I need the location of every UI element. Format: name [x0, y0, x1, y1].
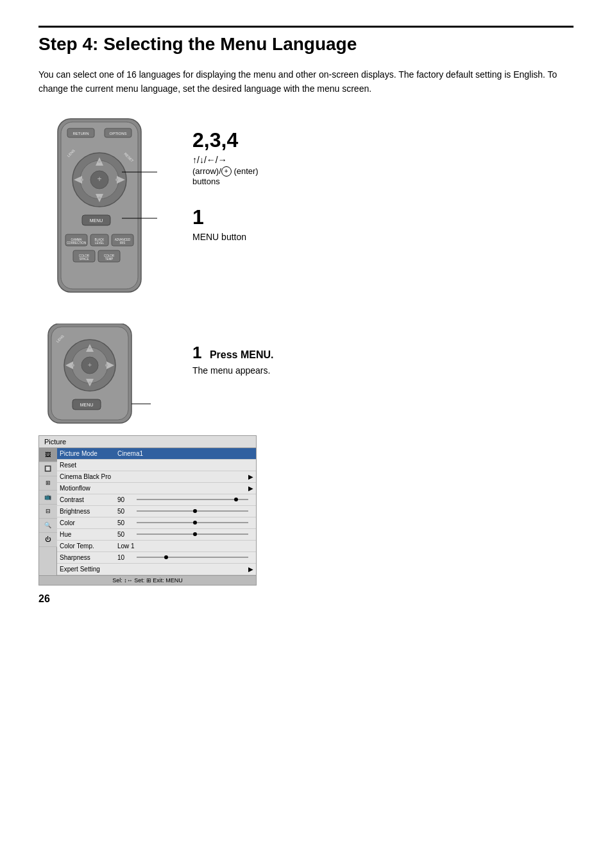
- menu-title-bar: Picture: [39, 436, 256, 448]
- table-row: Color 50: [57, 517, 256, 529]
- svg-text:+: +: [97, 175, 101, 184]
- svg-point-51: [89, 381, 91, 384]
- menu-icon-4: 📺: [39, 490, 57, 505]
- enter-symbol: +: [221, 166, 232, 177]
- row-arrow: ▶: [248, 485, 253, 492]
- diagram-section: RETURN OPTIONS LENS RESET: [38, 116, 574, 298]
- menu-icon-7: ⏻: [39, 533, 57, 547]
- table-row: Cinema Black Pro ▶: [57, 471, 256, 483]
- row-label: Contrast: [60, 496, 117, 503]
- row-value: 50: [117, 519, 137, 526]
- row-slider: [137, 520, 253, 525]
- step-234-desc: (arrow)/+ (enter) buttons: [192, 166, 259, 187]
- svg-text:LEVEL: LEVEL: [95, 241, 105, 245]
- button-labels: 2,3,4 ↑/↓/←/→ (arrow)/+ (enter) buttons …: [192, 116, 259, 243]
- row-label: Expert Setting: [60, 566, 117, 573]
- menu-icons-column: 🖼 🔲 ⊞ 📺 ⊟ 🔍 ⏻: [39, 448, 57, 575]
- table-row: Motionflow ▶: [57, 483, 256, 494]
- svg-point-16: [98, 161, 101, 163]
- table-row: Sharpness 10: [57, 552, 256, 564]
- table-row: Contrast 90: [57, 494, 256, 506]
- menu-title: Picture: [44, 438, 66, 446]
- menu-footer: Sel: ↕↔ Set: ⊞ Exit: MENU: [39, 575, 256, 585]
- arrow-line: ↑/↓/←/→: [192, 155, 259, 165]
- svg-point-52: [72, 364, 74, 367]
- row-label: Color: [60, 519, 117, 526]
- arrow-symbols: ↑/↓/←/→: [192, 155, 227, 165]
- row-slider: [137, 497, 253, 502]
- table-row: Reset: [57, 460, 256, 471]
- row-label: Cinema Black Pro: [60, 473, 117, 480]
- svg-point-19: [115, 178, 118, 181]
- svg-text:TEMP: TEMP: [105, 257, 114, 261]
- row-label: Color Temp.: [60, 542, 117, 550]
- svg-text:OPTIONS: OPTIONS: [109, 132, 126, 135]
- page-number: 26: [38, 593, 50, 605]
- menu-rows: Picture Mode Cinema1 Reset Cinema Black …: [57, 448, 256, 575]
- step1-number: 1: [192, 343, 201, 362]
- second-section: LENS + MENU: [38, 324, 574, 429]
- row-label: Sharpness: [60, 554, 117, 561]
- enter-label: (enter): [232, 166, 259, 176]
- row-label: Reset: [60, 462, 117, 469]
- footer-text: Sel: ↕↔ Set: ⊞ Exit: MENU: [112, 577, 183, 584]
- svg-point-50: [89, 347, 91, 349]
- table-row: Expert Setting ▶: [57, 564, 256, 575]
- press-menu-instruction: 1 Press MENU. The menu appears.: [192, 324, 274, 376]
- row-label: Motionflow: [60, 485, 117, 492]
- row-label: Hue: [60, 531, 117, 538]
- remote-small-image: LENS + MENU: [38, 324, 167, 429]
- row-arrow: ▶: [248, 566, 253, 573]
- step-1-label: 1: [192, 205, 259, 229]
- svg-text:CORRECTION: CORRECTION: [67, 241, 86, 245]
- svg-point-18: [81, 178, 83, 181]
- arrow-desc: (arrow)/: [192, 166, 221, 176]
- remote-control-image: RETURN OPTIONS LENS RESET: [38, 116, 167, 298]
- menu-icon-5: ⊟: [39, 505, 57, 519]
- row-value: Cinema1: [117, 450, 137, 457]
- buttons-label: buttons: [192, 177, 220, 186]
- menu-screenshot: Picture 🖼 🔲 ⊞ 📺 ⊟ 🔍 ⏻ Picture Mo: [38, 435, 257, 586]
- row-slider: [137, 508, 253, 514]
- row-slider: [137, 555, 253, 560]
- svg-text:+: +: [88, 361, 92, 369]
- menu-screenshot-container: Picture 🖼 🔲 ⊞ 📺 ⊟ 🔍 ⏻ Picture Mo: [38, 435, 574, 586]
- page-container: Step 4: Selecting the Menu Language You …: [0, 0, 612, 624]
- step1-desc: The menu appears.: [192, 365, 274, 376]
- menu-body: 🖼 🔲 ⊞ 📺 ⊟ 🔍 ⏻ Picture Mode Cinema1: [39, 448, 256, 575]
- step-234-label: 2,3,4: [192, 128, 259, 152]
- menu-btn-label: MENU button: [192, 232, 259, 242]
- press-menu-section: 1 Press MENU. The menu appears.: [192, 324, 274, 376]
- row-slider: [137, 532, 253, 537]
- svg-text:IRIS: IRIS: [120, 241, 126, 245]
- page-title: Step 4: Selecting the Menu Language: [38, 26, 574, 55]
- menu-icon-picture: 🖼: [39, 448, 57, 462]
- menu-icon-2: 🔲: [39, 462, 57, 476]
- table-row: Picture Mode Cinema1: [57, 448, 256, 460]
- row-value: Low 1: [117, 542, 137, 550]
- row-value: 10: [117, 554, 137, 561]
- intro-text: You can select one of 16 languages for d…: [38, 67, 574, 96]
- menu-icon-6: 🔍: [39, 519, 57, 533]
- row-value: 90: [117, 496, 137, 503]
- svg-point-17: [98, 196, 101, 199]
- row-label: Picture Mode: [60, 450, 117, 457]
- table-row: Color Temp. Low 1: [57, 541, 256, 552]
- svg-text:MENU: MENU: [90, 218, 103, 223]
- svg-text:RETURN: RETURN: [73, 132, 89, 135]
- row-value: 50: [117, 508, 137, 515]
- row-arrow: ▶: [248, 473, 253, 480]
- table-row: Brightness 50: [57, 506, 256, 517]
- svg-point-53: [105, 364, 108, 367]
- table-row: Hue 50: [57, 529, 256, 541]
- svg-text:MENU: MENU: [80, 403, 94, 407]
- menu-icon-3: ⊞: [39, 476, 57, 490]
- step1-title: Press MENU.: [210, 349, 274, 360]
- svg-text:SPACE: SPACE: [80, 257, 89, 261]
- row-value: 50: [117, 531, 137, 538]
- row-label: Brightness: [60, 508, 117, 515]
